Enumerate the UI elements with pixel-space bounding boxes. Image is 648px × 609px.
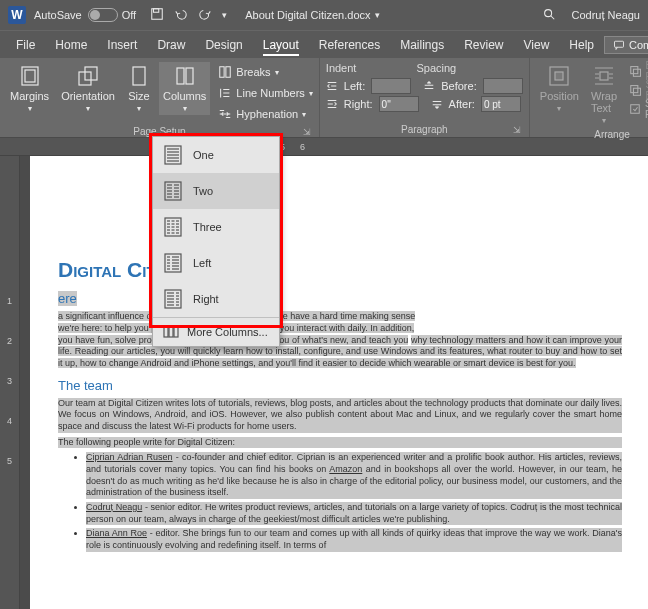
group-label: Paragraph bbox=[401, 124, 448, 135]
ribbon: Margins▾ Orientation▾ Size▾ Columns▾ Bre… bbox=[0, 58, 648, 138]
svg-rect-8 bbox=[133, 67, 145, 85]
orientation-button[interactable]: Orientation▾ bbox=[57, 62, 119, 115]
hyphenation-button[interactable]: Hyphenation ▾ bbox=[218, 104, 312, 124]
ruler-vertical[interactable]: 12345 bbox=[0, 156, 20, 609]
svg-rect-17 bbox=[633, 69, 640, 76]
tab-insert[interactable]: Insert bbox=[97, 31, 147, 58]
group-page-setup: Margins▾ Orientation▾ Size▾ Columns▾ Bre… bbox=[0, 58, 320, 137]
tab-home[interactable]: Home bbox=[45, 31, 97, 58]
group-arrange: Position▾ Wrap Text▾ Bring Forw Send Bac… bbox=[530, 58, 648, 137]
title-bar: W AutoSave Off ▾ About Digital Citizen.d… bbox=[0, 0, 648, 30]
doc-paragraph: a significant influence on our daily liv… bbox=[58, 311, 622, 369]
columns-option-three[interactable]: Three bbox=[153, 209, 279, 245]
indent-right-label: Right: bbox=[344, 98, 373, 110]
svg-rect-1 bbox=[154, 9, 159, 13]
group-label: Arrange bbox=[594, 129, 630, 140]
tab-help[interactable]: Help bbox=[559, 31, 604, 58]
ribbon-tabs: File Home Insert Draw Design Layout Refe… bbox=[0, 30, 648, 58]
space-after-input[interactable]: 0 pt bbox=[481, 96, 521, 112]
redo-icon[interactable] bbox=[198, 7, 212, 23]
doc-title: Digital Citizen bbox=[58, 256, 622, 283]
tab-review[interactable]: Review bbox=[454, 31, 513, 58]
space-after-icon bbox=[431, 98, 443, 110]
svg-rect-19 bbox=[631, 86, 638, 93]
search-icon[interactable] bbox=[542, 7, 556, 23]
bring-forward-button: Bring Forw bbox=[629, 62, 648, 80]
space-before-icon bbox=[423, 80, 435, 92]
columns-option-one[interactable]: One bbox=[153, 137, 279, 173]
document-title[interactable]: About Digital Citizen.docx ▾ bbox=[245, 9, 379, 21]
columns-button[interactable]: Columns▾ bbox=[159, 62, 210, 115]
svg-point-2 bbox=[544, 10, 551, 17]
svg-rect-12 bbox=[226, 67, 230, 78]
svg-rect-15 bbox=[600, 72, 608, 80]
margins-button[interactable]: Margins▾ bbox=[6, 62, 53, 115]
more-columns-button[interactable]: More Columns... bbox=[153, 318, 279, 346]
indent-right-icon bbox=[326, 98, 338, 110]
svg-rect-77 bbox=[169, 327, 173, 337]
tab-view[interactable]: View bbox=[514, 31, 560, 58]
wrap-text-button: Wrap Text▾ bbox=[587, 62, 621, 127]
svg-rect-20 bbox=[631, 105, 640, 114]
ruler-horizontal[interactable]: 123456 bbox=[0, 138, 648, 156]
autosave-toggle[interactable]: AutoSave Off bbox=[34, 8, 136, 22]
spacing-label: Spacing bbox=[416, 62, 456, 76]
indent-left-label: Left: bbox=[344, 80, 365, 92]
indent-left-icon bbox=[326, 80, 338, 92]
svg-rect-11 bbox=[220, 67, 224, 78]
doc-heading: The team bbox=[58, 378, 622, 395]
chevron-down-icon: ▾ bbox=[375, 10, 380, 20]
columns-option-two[interactable]: Two bbox=[153, 173, 279, 209]
selection-pane-button[interactable]: Selection P bbox=[629, 100, 648, 118]
comments-button[interactable]: Commen bbox=[604, 36, 648, 54]
tab-draw[interactable]: Draw bbox=[147, 31, 195, 58]
space-before-label: Before: bbox=[441, 80, 476, 92]
list-item: Diana Ann Roe - editor. She brings fun t… bbox=[86, 528, 622, 551]
breaks-button[interactable]: Breaks ▾ bbox=[218, 62, 312, 82]
save-icon[interactable] bbox=[150, 7, 164, 23]
workspace: 12345 Digital Citizen ere a significant … bbox=[0, 156, 648, 609]
dialog-launcher-icon[interactable]: ⇲ bbox=[513, 125, 521, 135]
indent-right-input[interactable]: 0" bbox=[379, 96, 419, 112]
svg-rect-14 bbox=[555, 72, 563, 80]
space-after-label: After: bbox=[449, 98, 475, 110]
tab-file[interactable]: File bbox=[6, 31, 45, 58]
position-button: Position▾ bbox=[536, 62, 583, 115]
svg-rect-76 bbox=[164, 327, 168, 337]
tab-mailings[interactable]: Mailings bbox=[390, 31, 454, 58]
indent-label: Indent bbox=[326, 62, 357, 76]
send-backward-button: Send Back bbox=[629, 81, 648, 99]
columns-option-right[interactable]: Right bbox=[153, 281, 279, 317]
qat-more-icon[interactable]: ▾ bbox=[222, 10, 227, 20]
svg-rect-10 bbox=[186, 68, 193, 84]
document-page[interactable]: Digital Citizen ere a significant influe… bbox=[30, 156, 648, 609]
tab-references[interactable]: References bbox=[309, 31, 390, 58]
doc-heading: ere bbox=[58, 291, 622, 308]
list-item: Ciprian Adrian Rusen - co-founder and ch… bbox=[86, 452, 622, 499]
list-item: Codruț Neagu - senior editor. He writes … bbox=[86, 502, 622, 525]
svg-rect-16 bbox=[631, 67, 638, 74]
doc-paragraph: Our team at Digital Citizen writes lots … bbox=[58, 398, 622, 433]
indent-left-input[interactable] bbox=[371, 78, 411, 94]
user-name[interactable]: Codruț Neagu bbox=[572, 9, 641, 21]
size-button[interactable]: Size▾ bbox=[123, 62, 155, 115]
tab-layout[interactable]: Layout bbox=[253, 31, 309, 58]
svg-rect-78 bbox=[174, 327, 178, 337]
svg-rect-9 bbox=[177, 68, 184, 84]
columns-option-left[interactable]: Left bbox=[153, 245, 279, 281]
columns-dropdown: One Two Three Left Right More Columns... bbox=[152, 136, 280, 347]
svg-rect-18 bbox=[633, 88, 640, 95]
svg-rect-5 bbox=[25, 70, 35, 82]
undo-icon[interactable] bbox=[174, 7, 188, 23]
line-numbers-button[interactable]: Line Numbers ▾ bbox=[218, 83, 312, 103]
doc-paragraph: The following people write for Digital C… bbox=[58, 437, 622, 449]
word-logo: W bbox=[8, 6, 26, 24]
group-paragraph: Indent Spacing Left: Before: Right: 0" A… bbox=[320, 58, 530, 137]
svg-rect-3 bbox=[615, 41, 624, 47]
tab-design[interactable]: Design bbox=[195, 31, 252, 58]
space-before-input[interactable] bbox=[483, 78, 523, 94]
dialog-launcher-icon[interactable]: ⇲ bbox=[303, 127, 311, 137]
